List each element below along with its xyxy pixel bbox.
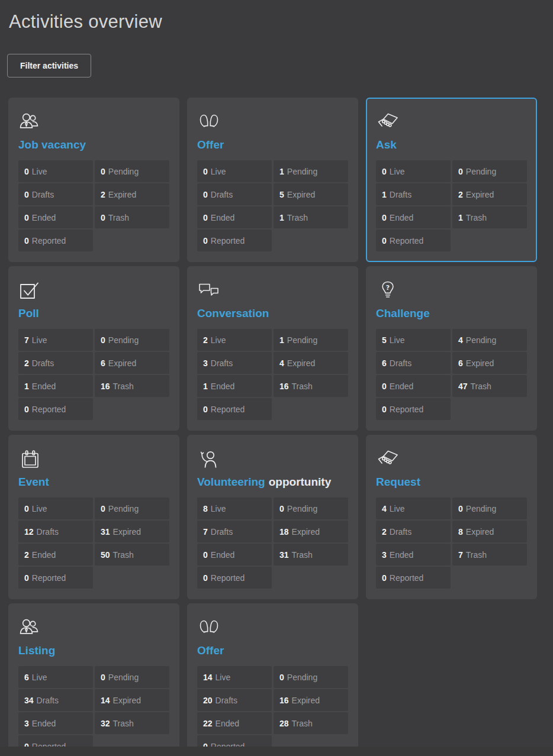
stat-pending[interactable]: 1 Pending: [274, 160, 348, 182]
stat-trash[interactable]: 50 Trash: [95, 544, 169, 566]
stat-ended[interactable]: 0 Ended: [197, 544, 272, 566]
stat-live[interactable]: 0 Live: [18, 160, 93, 182]
stat-expired[interactable]: 5 Expired: [274, 183, 348, 205]
stat-reported[interactable]: 0 Reported: [18, 230, 93, 251]
stat-live[interactable]: 8 Live: [197, 497, 272, 519]
stat-expired[interactable]: 6 Expired: [452, 352, 527, 374]
stat-ended[interactable]: 2 Ended: [18, 544, 93, 566]
stat-trash[interactable]: 16 Trash: [274, 375, 348, 397]
stat-reported[interactable]: 0 Reported: [197, 230, 272, 251]
stat-ended-value: 0: [203, 213, 208, 222]
stat-live[interactable]: 0 Live: [18, 497, 93, 519]
stat-live[interactable]: 6 Live: [18, 666, 93, 688]
stat-pending[interactable]: 0 Pending: [452, 497, 527, 519]
stat-drafts[interactable]: 2 Drafts: [18, 352, 93, 374]
stat-expired[interactable]: 18 Expired: [274, 521, 348, 542]
activity-title-link[interactable]: Request: [376, 474, 527, 490]
stat-pending-label: Pending: [287, 504, 317, 513]
stat-trash[interactable]: 0 Trash: [95, 206, 169, 228]
stat-ended[interactable]: 0 Ended: [376, 206, 451, 228]
stat-pending[interactable]: 4 Pending: [452, 329, 527, 351]
stat-reported[interactable]: 0 Reported: [18, 567, 93, 589]
stat-expired[interactable]: 16 Expired: [274, 689, 348, 711]
stat-drafts[interactable]: 2 Drafts: [376, 521, 451, 542]
stat-ended[interactable]: 3 Ended: [376, 544, 451, 566]
stat-expired[interactable]: 31 Expired: [95, 521, 169, 542]
stat-trash[interactable]: 31 Trash: [274, 544, 348, 566]
stat-pending[interactable]: 0 Pending: [274, 497, 348, 519]
stat-pending-value: 0: [279, 673, 284, 682]
stat-expired[interactable]: 4 Expired: [274, 352, 348, 374]
stat-live[interactable]: 4 Live: [376, 497, 451, 519]
stat-live[interactable]: 2 Live: [197, 329, 272, 351]
stat-drafts[interactable]: 6 Drafts: [376, 352, 451, 374]
stat-live-label: Live: [390, 335, 405, 345]
stat-drafts[interactable]: 20 Drafts: [197, 689, 272, 711]
stat-pending[interactable]: 0 Pending: [95, 160, 169, 182]
stat-drafts[interactable]: 1 Drafts: [376, 183, 451, 205]
stat-drafts[interactable]: 0 Drafts: [197, 183, 272, 205]
activity-title-link[interactable]: Event: [18, 474, 169, 490]
stat-ended[interactable]: 0 Ended: [376, 375, 451, 397]
stat-expired[interactable]: 2 Expired: [95, 183, 169, 205]
stat-live[interactable]: 0 Live: [197, 160, 272, 182]
activity-card: Listing 6 Live 0 Pending 34 Drafts 14 Ex…: [8, 603, 179, 756]
activity-title-text: Conversation: [197, 307, 269, 319]
stat-expired[interactable]: 14 Expired: [95, 689, 169, 711]
stat-expired[interactable]: 8 Expired: [452, 521, 527, 542]
stat-ended[interactable]: 1 Ended: [197, 375, 272, 397]
stat-trash[interactable]: 32 Trash: [95, 712, 169, 734]
activity-title-link[interactable]: Job vacancy: [18, 137, 169, 153]
stat-reported[interactable]: 0 Reported: [197, 567, 272, 589]
activity-title-link[interactable]: Volunteeringopportunity: [197, 474, 348, 490]
stat-trash[interactable]: 16 Trash: [95, 375, 169, 397]
activity-title-link[interactable]: Listing: [18, 643, 169, 658]
stat-pending[interactable]: 0 Pending: [95, 497, 169, 519]
stat-reported-label: Reported: [32, 405, 66, 414]
stat-reported[interactable]: 0 Reported: [197, 398, 272, 420]
stat-live[interactable]: 7 Live: [18, 329, 93, 351]
stat-trash[interactable]: 1 Trash: [452, 206, 527, 228]
stat-expired-value: 8: [458, 527, 463, 537]
stat-ended-label: Ended: [211, 213, 234, 222]
stat-live[interactable]: 14 Live: [197, 666, 272, 688]
stat-ended[interactable]: 1 Ended: [18, 375, 93, 397]
stat-drafts[interactable]: 12 Drafts: [18, 521, 93, 542]
stat-ended[interactable]: 0 Ended: [197, 206, 272, 228]
stat-drafts[interactable]: 34 Drafts: [18, 689, 93, 711]
stat-pending-label: Pending: [287, 673, 317, 682]
activity-title-link[interactable]: Offer: [197, 643, 348, 658]
stat-reported[interactable]: 0 Reported: [18, 398, 93, 420]
activity-title-link[interactable]: Poll: [18, 306, 169, 321]
stat-live[interactable]: 5 Live: [376, 329, 451, 351]
stat-drafts[interactable]: 7 Drafts: [197, 521, 272, 542]
activity-title-link[interactable]: Conversation: [197, 306, 348, 321]
stat-pending[interactable]: 0 Pending: [95, 329, 169, 351]
stat-reported[interactable]: 0 Reported: [376, 398, 451, 420]
stat-drafts-value: 34: [24, 696, 34, 705]
stat-trash[interactable]: 28 Trash: [274, 712, 348, 734]
stat-pending[interactable]: 0 Pending: [452, 160, 527, 182]
stat-ended[interactable]: 0 Ended: [18, 206, 93, 228]
stat-pending[interactable]: 1 Pending: [274, 329, 348, 351]
stat-ended[interactable]: 22 Ended: [197, 712, 272, 734]
activity-title-link[interactable]: Ask: [376, 137, 527, 153]
stat-reported[interactable]: 0 Reported: [376, 567, 451, 589]
stat-expired[interactable]: 2 Expired: [452, 183, 527, 205]
filter-activities-button[interactable]: Filter activities: [7, 54, 91, 77]
stat-drafts[interactable]: 3 Drafts: [197, 352, 272, 374]
activity-title-link[interactable]: Offer: [197, 137, 348, 153]
stat-trash[interactable]: 1 Trash: [274, 206, 348, 228]
stat-expired[interactable]: 6 Expired: [95, 352, 169, 374]
stat-drafts[interactable]: 0 Drafts: [18, 183, 93, 205]
stat-trash[interactable]: 7 Trash: [452, 544, 527, 566]
stat-ended[interactable]: 3 Ended: [18, 712, 93, 734]
stat-reported[interactable]: 0 Reported: [376, 230, 451, 251]
stat-trash[interactable]: 47 Trash: [452, 375, 527, 397]
stat-pending[interactable]: 0 Pending: [95, 666, 169, 688]
stat-live[interactable]: 0 Live: [376, 160, 451, 182]
stat-pending-value: 0: [279, 504, 284, 513]
stat-pending[interactable]: 0 Pending: [274, 666, 348, 688]
activity-title-link[interactable]: Challenge: [376, 306, 527, 321]
stat-expired-label: Expired: [108, 358, 136, 368]
